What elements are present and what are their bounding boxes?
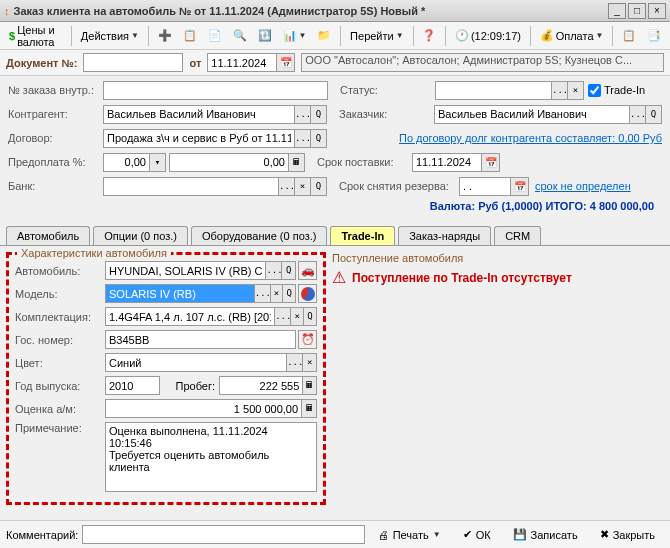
close-footer-button[interactable]: ✖Закрыть <box>591 524 664 545</box>
note-textarea[interactable]: Оценка выполнена, 11.11.2024 10:15:46 Тр… <box>105 422 317 492</box>
note-label: Примечание: <box>15 422 105 434</box>
org-info[interactable]: ООО "Автосалон"; Автосалон; Администрато… <box>301 53 664 72</box>
contragent-input[interactable]: ...Q <box>103 105 327 124</box>
char-title: Характеристики автомобиля <box>17 247 171 259</box>
clock-button[interactable]: 🕐(12:09:17) <box>450 26 526 45</box>
tradein-checkbox[interactable] <box>588 84 601 97</box>
clear-icon[interactable]: × <box>567 82 583 99</box>
auto-label: Автомобиль: <box>15 265 105 277</box>
comment-label: Комментарий: <box>6 529 78 541</box>
bank-input[interactable]: ...×Q <box>103 177 327 196</box>
app-icon: ↕ <box>4 5 10 17</box>
totals-line: Валюта: Руб (1,0000) ИТОГО: 4 800 000,00 <box>8 200 662 214</box>
alarm-icon[interactable]: ⏰ <box>298 330 317 349</box>
tab-options[interactable]: Опции (0 поз.) <box>93 226 188 245</box>
ok-button[interactable]: ✔ОК <box>454 524 500 545</box>
model-input[interactable]: ...×Q <box>105 284 296 303</box>
window-title: Заказ клиента на автомобиль № от 11.11.2… <box>14 5 607 17</box>
model-label: Модель: <box>15 288 105 300</box>
year-label: Год выпуска: <box>15 380 105 392</box>
int-num-input[interactable] <box>103 81 328 100</box>
tb-icon-6[interactable]: 📊▼ <box>278 26 312 45</box>
year-input[interactable] <box>105 376 160 395</box>
goto-menu[interactable]: Перейти▼ <box>345 27 409 45</box>
warning-icon: ⚠ <box>332 268 346 287</box>
calendar-icon[interactable]: 📅 <box>276 54 294 71</box>
status-label: Статус: <box>340 84 435 96</box>
arrival-title: Поступление автомобиля <box>332 252 664 264</box>
gos-input[interactable] <box>105 330 296 349</box>
int-num-label: № заказа внутр.: <box>8 84 103 96</box>
print-button[interactable]: 🖨Печать▼ <box>369 525 450 545</box>
auto-input[interactable]: ...Q <box>105 261 296 280</box>
pie-icon[interactable] <box>298 284 317 303</box>
ot-label: от <box>189 57 201 69</box>
comment-input[interactable] <box>82 525 364 544</box>
tab-orders[interactable]: Заказ-наряды <box>398 226 491 245</box>
mileage-input[interactable]: 🖩 <box>219 376 317 395</box>
minimize-button[interactable]: _ <box>608 3 626 19</box>
ellipsis-icon[interactable]: ... <box>551 82 567 99</box>
tb-icon-3[interactable]: 📄 <box>203 26 227 45</box>
tab-auto[interactable]: Автомобиль <box>6 226 90 245</box>
color-label: Цвет: <box>15 357 105 369</box>
customer-label: Заказчик: <box>339 108 434 120</box>
eval-input[interactable]: 🖩 <box>105 399 317 418</box>
payment-button[interactable]: 💰Оплата▼ <box>535 26 609 45</box>
compl-input[interactable]: ...×Q <box>105 307 317 326</box>
tb-icon-4[interactable]: 🔍 <box>228 26 252 45</box>
prepay-label: Предоплата %: <box>8 156 103 168</box>
contract-label: Договор: <box>8 132 103 144</box>
compl-label: Комплектация: <box>15 311 105 323</box>
prepay-sum-input[interactable]: 🖩 <box>169 153 305 172</box>
delivery-date-input[interactable]: 📅 <box>412 153 500 172</box>
contract-input[interactable]: ...Q <box>103 129 327 148</box>
reserve-date-input[interactable]: 📅 <box>459 177 529 196</box>
tb-icon-2[interactable]: 📋 <box>178 26 202 45</box>
bank-label: Банк: <box>8 180 103 192</box>
tb-icon-9[interactable]: 📑 <box>642 26 666 45</box>
tradein-chk-label: Trade-In <box>604 84 645 96</box>
save-button[interactable]: 💾Записать <box>504 524 587 545</box>
debt-link[interactable]: По договору долг контрагента составляет:… <box>399 132 662 144</box>
warning-text: Поступление по Trade-In отсутствует <box>352 271 572 285</box>
tb-icon-5[interactable]: 🔃 <box>253 26 277 45</box>
calculator-icon[interactable]: 🖩 <box>288 154 304 171</box>
color-input[interactable]: ...× <box>105 353 317 372</box>
contragent-label: Контрагент: <box>8 108 103 120</box>
tb-icon-7[interactable]: 📁 <box>312 26 336 45</box>
customer-input[interactable]: ...Q <box>434 105 662 124</box>
eval-label: Оценка а/м: <box>15 403 105 415</box>
tb-icon-1[interactable]: ➕ <box>153 26 177 45</box>
doc-date-input[interactable]: 📅 <box>207 53 295 72</box>
doc-num-label: Документ №: <box>6 57 77 69</box>
prices-currency-button[interactable]: $Цены и валюта <box>4 21 67 51</box>
tab-equipment[interactable]: Оборудование (0 поз.) <box>191 226 327 245</box>
close-button[interactable]: × <box>648 3 666 19</box>
delivery-label: Срок поставки: <box>317 156 412 168</box>
actions-menu[interactable]: Действия▼ <box>76 27 144 45</box>
tab-crm[interactable]: CRM <box>494 226 541 245</box>
gos-label: Гос. номер: <box>15 334 105 346</box>
tab-tradein[interactable]: Trade-In <box>330 226 395 245</box>
mileage-label: Пробег: <box>160 380 215 392</box>
help-icon[interactable]: ❓ <box>417 26 441 45</box>
reserve-label: Срок снятия резерва: <box>339 180 459 192</box>
maximize-button[interactable]: □ <box>628 3 646 19</box>
tb-icon-8[interactable]: 📋 <box>617 26 641 45</box>
car-icon[interactable]: 🚗 <box>298 261 317 280</box>
status-input[interactable]: ...× <box>435 81 584 100</box>
prepay-pct-input[interactable]: ▾ <box>103 153 166 172</box>
spinner-icon[interactable]: ▾ <box>149 154 165 171</box>
reserve-status-link[interactable]: срок не определен <box>535 180 631 192</box>
doc-num-input[interactable] <box>83 53 183 72</box>
